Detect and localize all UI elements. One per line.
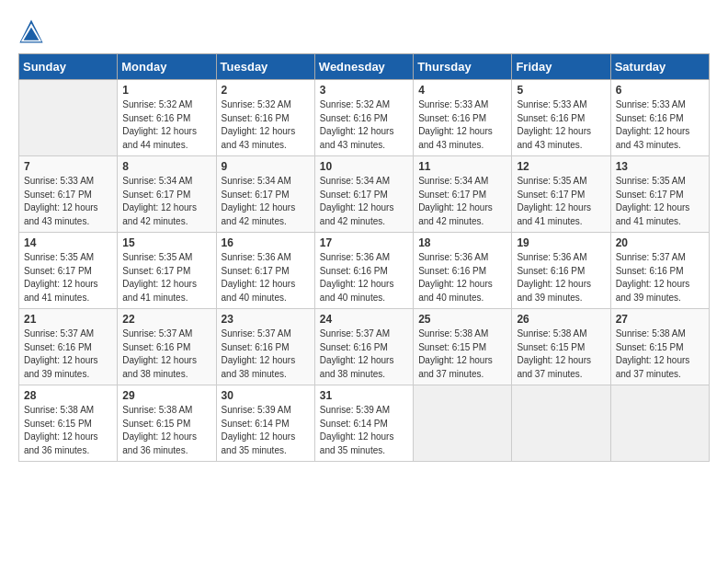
logo-icon [18, 18, 44, 44]
day-info: Sunrise: 5:35 AMSunset: 6:17 PMDaylight:… [122, 251, 210, 304]
day-number: 15 [122, 236, 210, 249]
calendar-cell: 20 Sunrise: 5:37 AMSunset: 6:16 PMDaylig… [610, 233, 709, 309]
calendar-table: SundayMondayTuesdayWednesdayThursdayFrid… [18, 53, 710, 462]
day-info: Sunrise: 5:33 AMSunset: 6:16 PMDaylight:… [418, 98, 506, 152]
day-info: Sunrise: 5:32 AMSunset: 6:16 PMDaylight:… [320, 98, 408, 152]
calendar-cell: 10 Sunrise: 5:34 AMSunset: 6:17 PMDaylig… [314, 156, 413, 233]
calendar-cell: 31 Sunrise: 5:39 AMSunset: 6:14 PMDaylig… [314, 385, 413, 462]
calendar-cell: 26 Sunrise: 5:38 AMSunset: 6:15 PMDaylig… [512, 309, 610, 385]
day-number: 4 [418, 84, 506, 97]
day-number: 13 [616, 160, 704, 173]
day-info: Sunrise: 5:32 AMSunset: 6:16 PMDaylight:… [122, 98, 210, 152]
calendar-cell [19, 80, 118, 156]
calendar-cell: 19 Sunrise: 5:36 AMSunset: 6:16 PMDaylig… [512, 233, 610, 309]
calendar-cell [414, 385, 512, 462]
day-number: 31 [320, 389, 408, 402]
day-info: Sunrise: 5:35 AMSunset: 6:17 PMDaylight:… [616, 175, 704, 228]
day-number: 7 [24, 160, 112, 173]
day-number: 3 [320, 84, 408, 97]
calendar-cell: 3 Sunrise: 5:32 AMSunset: 6:16 PMDayligh… [314, 80, 413, 156]
day-info: Sunrise: 5:34 AMSunset: 6:17 PMDaylight:… [122, 175, 210, 228]
day-number: 6 [616, 84, 704, 97]
day-number: 12 [517, 160, 605, 173]
day-info: Sunrise: 5:36 AMSunset: 6:16 PMDaylight:… [320, 251, 408, 304]
calendar-cell: 5 Sunrise: 5:33 AMSunset: 6:16 PMDayligh… [512, 80, 610, 156]
day-info: Sunrise: 5:36 AMSunset: 6:17 PMDaylight:… [222, 251, 310, 304]
calendar-cell: 16 Sunrise: 5:36 AMSunset: 6:17 PMDaylig… [216, 233, 314, 309]
calendar-cell: 18 Sunrise: 5:36 AMSunset: 6:16 PMDaylig… [414, 233, 512, 309]
calendar-header-thursday: Thursday [414, 54, 512, 80]
day-info: Sunrise: 5:33 AMSunset: 6:16 PMDaylight:… [616, 98, 704, 152]
calendar-cell: 8 Sunrise: 5:34 AMSunset: 6:17 PMDayligh… [118, 156, 216, 233]
calendar-cell: 1 Sunrise: 5:32 AMSunset: 6:16 PMDayligh… [118, 80, 216, 156]
calendar-cell: 12 Sunrise: 5:35 AMSunset: 6:17 PMDaylig… [512, 156, 610, 233]
calendar-week-row: 1 Sunrise: 5:32 AMSunset: 6:16 PMDayligh… [19, 80, 710, 156]
day-number: 28 [24, 389, 112, 402]
calendar-cell: 23 Sunrise: 5:37 AMSunset: 6:16 PMDaylig… [216, 309, 314, 385]
day-info: Sunrise: 5:32 AMSunset: 6:16 PMDaylight:… [222, 98, 310, 152]
day-number: 1 [122, 84, 210, 97]
calendar-cell: 4 Sunrise: 5:33 AMSunset: 6:16 PMDayligh… [414, 80, 512, 156]
calendar-header-saturday: Saturday [610, 54, 709, 80]
calendar-cell: 6 Sunrise: 5:33 AMSunset: 6:16 PMDayligh… [610, 80, 709, 156]
calendar-cell: 22 Sunrise: 5:37 AMSunset: 6:16 PMDaylig… [118, 309, 216, 385]
calendar-header-sunday: Sunday [19, 54, 118, 80]
logo [18, 18, 48, 44]
calendar-week-row: 7 Sunrise: 5:33 AMSunset: 6:17 PMDayligh… [19, 156, 710, 233]
day-number: 20 [616, 236, 704, 249]
day-info: Sunrise: 5:34 AMSunset: 6:17 PMDaylight:… [418, 175, 506, 228]
calendar-cell: 17 Sunrise: 5:36 AMSunset: 6:16 PMDaylig… [314, 233, 413, 309]
day-number: 22 [122, 313, 210, 326]
day-info: Sunrise: 5:37 AMSunset: 6:16 PMDaylight:… [24, 327, 112, 381]
day-info: Sunrise: 5:37 AMSunset: 6:16 PMDaylight:… [122, 327, 210, 381]
day-info: Sunrise: 5:38 AMSunset: 6:15 PMDaylight:… [616, 327, 704, 381]
day-number: 16 [222, 236, 310, 249]
calendar-header-wednesday: Wednesday [314, 54, 413, 80]
calendar-week-row: 21 Sunrise: 5:37 AMSunset: 6:16 PMDaylig… [19, 309, 710, 385]
day-info: Sunrise: 5:36 AMSunset: 6:16 PMDaylight:… [418, 251, 506, 304]
calendar-header-friday: Friday [512, 54, 610, 80]
calendar-week-row: 28 Sunrise: 5:38 AMSunset: 6:15 PMDaylig… [19, 385, 710, 462]
day-info: Sunrise: 5:36 AMSunset: 6:16 PMDaylight:… [517, 251, 605, 304]
calendar-cell: 14 Sunrise: 5:35 AMSunset: 6:17 PMDaylig… [19, 233, 118, 309]
day-info: Sunrise: 5:39 AMSunset: 6:14 PMDaylight:… [320, 404, 408, 457]
calendar-cell: 11 Sunrise: 5:34 AMSunset: 6:17 PMDaylig… [414, 156, 512, 233]
day-info: Sunrise: 5:38 AMSunset: 6:15 PMDaylight:… [122, 404, 210, 457]
day-info: Sunrise: 5:37 AMSunset: 6:16 PMDaylight:… [616, 251, 704, 304]
calendar-cell: 27 Sunrise: 5:38 AMSunset: 6:15 PMDaylig… [610, 309, 709, 385]
day-number: 24 [320, 313, 408, 326]
day-number: 17 [320, 236, 408, 249]
day-info: Sunrise: 5:34 AMSunset: 6:17 PMDaylight:… [222, 175, 310, 228]
day-number: 30 [222, 389, 310, 402]
day-info: Sunrise: 5:38 AMSunset: 6:15 PMDaylight:… [24, 404, 112, 457]
calendar-cell [610, 385, 709, 462]
day-number: 29 [122, 389, 210, 402]
calendar-cell: 28 Sunrise: 5:38 AMSunset: 6:15 PMDaylig… [19, 385, 118, 462]
calendar-cell: 21 Sunrise: 5:37 AMSunset: 6:16 PMDaylig… [19, 309, 118, 385]
day-info: Sunrise: 5:35 AMSunset: 6:17 PMDaylight:… [517, 175, 605, 228]
day-info: Sunrise: 5:34 AMSunset: 6:17 PMDaylight:… [320, 175, 408, 228]
calendar-cell: 2 Sunrise: 5:32 AMSunset: 6:16 PMDayligh… [216, 80, 314, 156]
calendar-cell: 25 Sunrise: 5:38 AMSunset: 6:15 PMDaylig… [414, 309, 512, 385]
calendar-week-row: 14 Sunrise: 5:35 AMSunset: 6:17 PMDaylig… [19, 233, 710, 309]
day-number: 19 [517, 236, 605, 249]
day-number: 21 [24, 313, 112, 326]
calendar-cell: 9 Sunrise: 5:34 AMSunset: 6:17 PMDayligh… [216, 156, 314, 233]
day-info: Sunrise: 5:38 AMSunset: 6:15 PMDaylight:… [517, 327, 605, 381]
calendar-header-tuesday: Tuesday [216, 54, 314, 80]
calendar-cell: 29 Sunrise: 5:38 AMSunset: 6:15 PMDaylig… [118, 385, 216, 462]
day-number: 8 [122, 160, 210, 173]
day-info: Sunrise: 5:38 AMSunset: 6:15 PMDaylight:… [418, 327, 506, 381]
day-info: Sunrise: 5:33 AMSunset: 6:16 PMDaylight:… [517, 98, 605, 152]
day-info: Sunrise: 5:39 AMSunset: 6:14 PMDaylight:… [222, 404, 310, 457]
day-info: Sunrise: 5:37 AMSunset: 6:16 PMDaylight:… [320, 327, 408, 381]
day-number: 18 [418, 236, 506, 249]
day-number: 25 [418, 313, 506, 326]
day-number: 5 [517, 84, 605, 97]
day-number: 11 [418, 160, 506, 173]
calendar-header-row: SundayMondayTuesdayWednesdayThursdayFrid… [19, 54, 710, 80]
day-number: 23 [222, 313, 310, 326]
day-info: Sunrise: 5:37 AMSunset: 6:16 PMDaylight:… [222, 327, 310, 381]
calendar-cell: 13 Sunrise: 5:35 AMSunset: 6:17 PMDaylig… [610, 156, 709, 233]
day-info: Sunrise: 5:33 AMSunset: 6:17 PMDaylight:… [24, 175, 112, 228]
